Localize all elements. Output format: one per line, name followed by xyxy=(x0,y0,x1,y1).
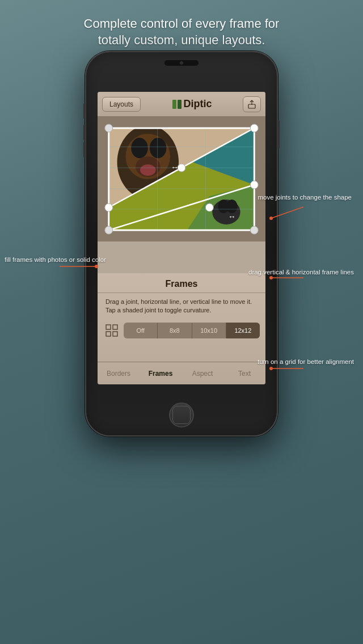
app-bottom-panel: Frames Drag a joint, horizontal line, or… xyxy=(98,273,265,384)
svg-point-33 xyxy=(250,181,258,189)
frames-description: Drag a joint, horizontal line, or vertic… xyxy=(98,293,265,319)
tab-borders[interactable]: Borders xyxy=(98,362,140,384)
app-logo-text: Diptic xyxy=(184,98,212,110)
svg-rect-44 xyxy=(113,332,117,336)
svg-rect-42 xyxy=(113,325,117,329)
canvas-svg: ↔ ↔ xyxy=(98,117,265,242)
svg-point-32 xyxy=(178,164,185,172)
tab-frames[interactable]: Frames xyxy=(140,362,182,384)
camera-dot xyxy=(180,61,183,65)
svg-point-38 xyxy=(105,124,113,132)
annotation-turn-on-grid: turn on a grid for better alignment xyxy=(258,357,354,366)
annotation-drag-vertical: drag vertical & horizontal frame lines xyxy=(248,268,354,277)
phone-notch xyxy=(164,60,199,66)
tab-bar: Borders Frames Aspect Text xyxy=(98,362,265,384)
svg-point-34 xyxy=(205,204,213,211)
app-logo: Diptic xyxy=(172,98,212,110)
annotation-move-joints: move joints to change the shape xyxy=(258,193,352,202)
grid-10x10-option[interactable]: 10x10 xyxy=(192,323,226,338)
app-canvas: ↔ ↔ xyxy=(98,117,265,242)
grid-8x8-option[interactable]: 8x8 xyxy=(158,323,192,338)
svg-point-9 xyxy=(150,138,167,158)
tab-aspect[interactable]: Aspect xyxy=(182,362,223,384)
share-button[interactable] xyxy=(243,96,261,112)
svg-rect-2 xyxy=(248,104,255,108)
layouts-button[interactable]: Layouts xyxy=(102,97,141,112)
svg-text:↔: ↔ xyxy=(228,212,236,221)
app-topbar: Layouts Diptic xyxy=(98,92,265,117)
phone-body: Layouts Diptic xyxy=(85,51,278,437)
grid-options: Off 8x8 10x10 12x12 xyxy=(124,323,260,338)
home-button-inner xyxy=(172,406,191,424)
svg-point-37 xyxy=(250,226,258,234)
annotation-fill-frames: fill frames with photos or solid color xyxy=(5,255,106,264)
grid-off-option[interactable]: Off xyxy=(124,323,158,338)
svg-rect-1 xyxy=(178,100,182,109)
phone-mockup: Layouts Diptic xyxy=(85,51,278,437)
diptic-logo-icon xyxy=(172,99,182,109)
frames-panel-title: Frames xyxy=(98,273,265,293)
svg-rect-43 xyxy=(106,332,111,336)
header-text: Complete control of every frame for tota… xyxy=(0,0,363,57)
svg-rect-0 xyxy=(172,100,176,109)
grid-icon xyxy=(103,322,120,339)
svg-point-11 xyxy=(140,164,156,176)
svg-point-31 xyxy=(250,124,258,132)
grid-icon-svg xyxy=(105,324,119,337)
svg-point-35 xyxy=(105,204,113,211)
svg-text:↔: ↔ xyxy=(171,163,179,172)
svg-point-8 xyxy=(131,138,148,158)
svg-rect-41 xyxy=(106,325,111,329)
phone-screen: Layouts Diptic xyxy=(98,92,265,384)
grid-controls: Off 8x8 10x10 12x12 xyxy=(98,319,265,342)
svg-point-20 xyxy=(226,200,238,213)
home-button[interactable] xyxy=(169,402,194,427)
share-icon xyxy=(247,100,256,109)
svg-point-36 xyxy=(105,226,113,234)
grid-12x12-option[interactable]: 12x12 xyxy=(226,323,260,338)
